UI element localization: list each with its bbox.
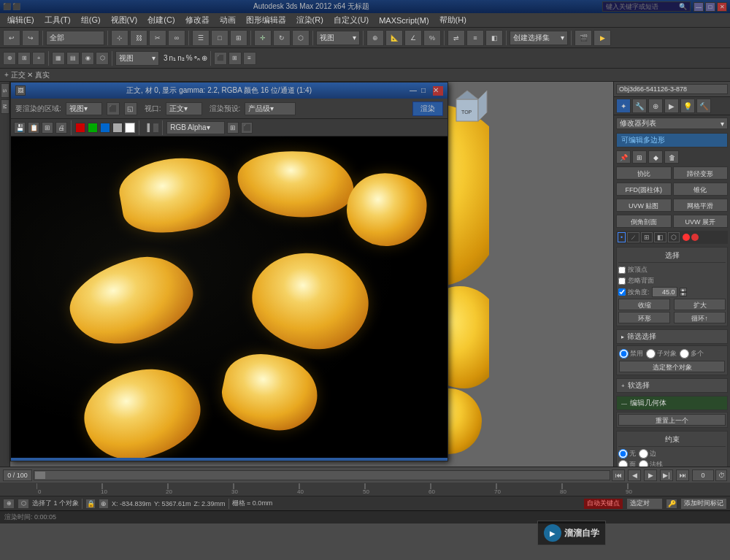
tb2-btn6[interactable]: ◉: [81, 52, 94, 65]
remove-modifier-btn[interactable]: 🗑: [664, 150, 679, 164]
tb2-btn2[interactable]: ⊞: [18, 52, 31, 65]
render-minimize-btn[interactable]: —: [410, 86, 420, 96]
angle-snap-btn[interactable]: ∠: [404, 30, 422, 46]
render-area-dropdown[interactable]: 视图 ▾: [66, 102, 102, 115]
menu-view[interactable]: 视图(V): [107, 13, 142, 27]
rotate-btn[interactable]: ↻: [273, 30, 291, 46]
select-filter[interactable]: ☰: [192, 30, 210, 46]
redo-btn[interactable]: ↪: [22, 30, 39, 46]
pivot-btn[interactable]: ⊕: [366, 30, 384, 46]
render-area-icon1[interactable]: ⬛: [107, 102, 120, 115]
tb2-btn9[interactable]: ⊞: [228, 52, 242, 65]
named-selection-dropdown[interactable]: 创建选择集 ▾: [510, 31, 568, 45]
menu-tools[interactable]: 工具(T): [40, 13, 75, 27]
subobj-edge[interactable]: ⟋: [627, 232, 639, 242]
menu-graph-editor[interactable]: 图形编辑器: [242, 13, 291, 27]
viewport-mode-dropdown[interactable]: 视图 ▾: [115, 51, 159, 66]
menu-maxscript[interactable]: MAXScript(M): [374, 15, 433, 26]
constraint-edge-input[interactable]: [639, 449, 648, 459]
grow-btn[interactable]: 扩大: [674, 299, 726, 310]
tb2-btn4[interactable]: ▦: [52, 52, 65, 65]
auto-key-btn[interactable]: 自动关键点: [583, 498, 623, 510]
align-btn[interactable]: ≡: [466, 30, 484, 46]
panel-display-icon[interactable]: 💡: [680, 99, 695, 113]
prev-frame-btn[interactable]: ◀: [628, 469, 641, 481]
select-region[interactable]: □: [211, 30, 228, 46]
filter-sel-header[interactable]: ▸ 筛选选择: [616, 329, 728, 344]
menu-create[interactable]: 创建(C): [143, 13, 179, 27]
subobj-poly[interactable]: ◧: [654, 232, 666, 242]
tb2-btn5[interactable]: ▤: [66, 52, 80, 65]
tb2-btn1[interactable]: ⊕: [3, 52, 16, 65]
preset-dropdown[interactable]: 产品级 ▾: [245, 102, 296, 115]
ignore-bh-checkbox[interactable]: [618, 277, 626, 285]
select-btn[interactable]: ⊹: [111, 30, 128, 46]
menu-modifiers[interactable]: 修改器: [181, 13, 214, 27]
save-render-btn[interactable]: 💾: [14, 122, 26, 134]
by-vertex-checkbox[interactable]: [618, 266, 626, 274]
tb2-btn8[interactable]: ⬛: [214, 52, 227, 65]
frame-input[interactable]: 0: [692, 469, 714, 481]
mini-btn-2[interactable]: M: [1, 99, 9, 114]
render-area-icon2[interactable]: ◱: [124, 102, 137, 115]
loop-btn[interactable]: 环形: [618, 312, 670, 323]
window-crossing[interactable]: ⊞: [230, 30, 247, 46]
timeline-thumb[interactable]: [34, 471, 46, 480]
shrink-btn[interactable]: 收缩: [618, 299, 670, 310]
tb2-btn10[interactable]: ≡: [243, 52, 256, 65]
channel-dropdown[interactable]: RGB Alpha ▾: [166, 121, 225, 134]
next-frame-btn[interactable]: ▶|: [660, 469, 673, 481]
menu-animation[interactable]: 动画: [215, 13, 240, 27]
lock-icon[interactable]: 🔒: [85, 499, 96, 509]
constraint-none-input[interactable]: [618, 449, 628, 459]
menu-edit[interactable]: 编辑(E): [3, 13, 39, 27]
modifier-list-dropdown[interactable]: 修改器列表 ▾: [616, 118, 728, 129]
angle-down[interactable]: ▼: [680, 292, 687, 296]
render-button[interactable]: 渲染: [412, 101, 443, 116]
swatch-green[interactable]: [88, 123, 98, 133]
constraint-face-input[interactable]: [618, 460, 628, 467]
panel-create-icon[interactable]: ✦: [616, 99, 631, 113]
scale-btn[interactable]: ⬡: [292, 30, 310, 46]
angle-value[interactable]: [652, 287, 677, 297]
render-close-btn[interactable]: ✕: [433, 86, 443, 96]
bevel-profile-btn[interactable]: 倒角剖面: [616, 215, 672, 228]
subobj-vertex[interactable]: •: [618, 232, 626, 242]
bind-space-warp[interactable]: ∞: [168, 30, 185, 46]
ffd-cylinder-btn[interactable]: FFD(圆柱体): [616, 183, 672, 196]
print-render-btn[interactable]: 🖨: [55, 122, 67, 134]
play-btn[interactable]: ▶: [644, 469, 657, 481]
tb2-btn3[interactable]: +: [32, 52, 45, 65]
radio-multiple-input[interactable]: [680, 349, 689, 358]
status-icon2[interactable]: ⬡: [18, 499, 29, 509]
select-all-btn[interactable]: 选定整个对象: [619, 361, 725, 372]
nav-cube[interactable]: TOP: [445, 85, 489, 129]
swatch-gray[interactable]: [112, 123, 123, 133]
lock-icon2[interactable]: ⊕: [99, 499, 109, 509]
menu-help[interactable]: 帮助(H): [435, 13, 471, 27]
object-name-field[interactable]: Obj3d66-541126-3-878: [616, 84, 728, 94]
reset-last-btn[interactable]: 重置上一个: [618, 414, 726, 426]
angle-checkbox[interactable]: [618, 288, 626, 296]
swatch-blue[interactable]: [100, 123, 110, 133]
dotfill-btn[interactable]: 循环↑: [674, 312, 726, 323]
channel-btn1[interactable]: ⊞: [227, 122, 239, 134]
time-config-btn[interactable]: ⏱: [715, 469, 727, 481]
channel-btn2[interactable]: ⬛: [241, 122, 253, 134]
move-btn[interactable]: ✛: [254, 30, 272, 46]
subobj-border[interactable]: ⊞: [641, 232, 653, 242]
view-select-dropdown[interactable]: 全部: [46, 31, 104, 45]
show-end-result-btn[interactable]: ⊞: [632, 150, 647, 164]
unlink-btn[interactable]: ✂: [149, 30, 166, 46]
uvw-map-btn[interactable]: UVW 贴图: [616, 199, 672, 212]
status-icon1[interactable]: ⊕: [3, 499, 15, 509]
pin-stack-btn[interactable]: 📌: [616, 150, 631, 164]
snap-btn[interactable]: 📐: [385, 30, 403, 46]
soft-sel-header[interactable]: + 软选择: [616, 378, 728, 393]
undo-btn[interactable]: ↩: [3, 30, 20, 46]
swatch-red[interactable]: [75, 123, 85, 133]
search-input[interactable]: [606, 3, 679, 10]
uvw-unwrap-btn[interactable]: UVW 展开: [673, 215, 729, 228]
render-setup-btn[interactable]: 🎬: [575, 30, 592, 46]
layer-btn[interactable]: ◧: [485, 30, 503, 46]
